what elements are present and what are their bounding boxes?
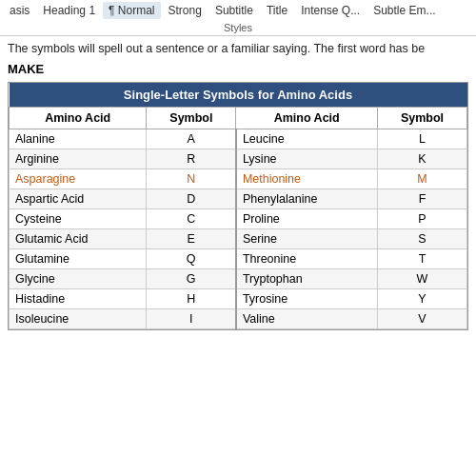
intro-text-span: The symbols will spell out a sentence or… — [8, 42, 425, 55]
cell-sym1: Q — [147, 248, 236, 268]
cell-sym2: F — [378, 188, 467, 208]
table-title: Single-Letter Symbols for Amino Acids — [10, 83, 467, 108]
table-row: IsoleucineIValineV — [10, 308, 467, 328]
cell-aa2: Tryptophan — [236, 268, 378, 288]
style-btn-emphasis[interactable]: asis — [4, 2, 35, 19]
style-btn-title[interactable]: Title — [261, 2, 293, 19]
cell-sym2: T — [378, 248, 467, 268]
cell-aa1: Glutamine — [10, 248, 147, 268]
cell-aa1: Glutamic Acid — [10, 228, 147, 248]
table-row: CysteineCProlineP — [10, 208, 467, 228]
cell-aa2: Serine — [236, 228, 378, 248]
table-row: AlanineALeucineL — [10, 129, 467, 149]
cell-aa1: Glycine — [10, 268, 147, 288]
styles-section-label: Styles — [0, 21, 476, 35]
cell-aa1: Asparagine — [10, 169, 147, 188]
cell-sym2: M — [378, 169, 467, 188]
cell-sym1: D — [147, 188, 236, 208]
col-header-aa1: Amino Acid — [10, 107, 147, 129]
toolbar: asis Heading 1 ¶ Normal Strong Subtitle … — [0, 0, 476, 36]
table-body: AlanineALeucineLArginineRLysineKAsparagi… — [10, 129, 467, 328]
col-header-sym2: Symbol — [378, 107, 467, 129]
style-btn-heading1[interactable]: Heading 1 — [37, 2, 101, 19]
cell-sym1: I — [147, 308, 236, 328]
col-header-sym1: Symbol — [147, 107, 236, 129]
amino-acids-table: Single-Letter Symbols for Amino Acids Am… — [9, 83, 467, 329]
style-btn-strong[interactable]: Strong — [163, 2, 208, 19]
cell-sym2: L — [378, 129, 467, 149]
table-row: Glutamic AcidESerineS — [10, 228, 467, 248]
cell-sym2: Y — [378, 288, 467, 308]
cell-aa1: Histadine — [10, 288, 147, 308]
intro-paragraph: The symbols will spell out a sentence or… — [8, 40, 468, 58]
table-row: HistadineHTyrosineY — [10, 288, 467, 308]
table-row: AsparagineNMethionineM — [10, 169, 467, 188]
cell-aa1: Cysteine — [10, 208, 147, 228]
cell-sym1: C — [147, 208, 236, 228]
cell-sym2: W — [378, 268, 467, 288]
col-header-aa2: Amino Acid — [236, 107, 378, 129]
cell-aa2: Tyrosine — [236, 288, 378, 308]
cell-aa2: Phenylalanine — [236, 188, 378, 208]
cell-sym1: H — [147, 288, 236, 308]
cell-aa1: Arginine — [10, 149, 147, 169]
cell-sym2: K — [378, 149, 467, 169]
cell-sym1: A — [147, 129, 236, 149]
main-content: The symbols will spell out a sentence or… — [0, 36, 476, 338]
table-row: ArginineRLysineK — [10, 149, 467, 169]
cell-sym1: E — [147, 228, 236, 248]
cell-sym1: R — [147, 149, 236, 169]
cell-sym1: N — [147, 169, 236, 188]
style-buttons-row: asis Heading 1 ¶ Normal Strong Subtitle … — [0, 0, 476, 21]
table-row: GlycineGTryptophanW — [10, 268, 467, 288]
cell-sym1: G — [147, 268, 236, 288]
style-btn-normal[interactable]: ¶ Normal — [103, 2, 160, 19]
cell-aa2: Leucine — [236, 129, 378, 149]
amino-acids-table-wrapper: Single-Letter Symbols for Amino Acids Am… — [8, 82, 468, 330]
cell-aa2: Lysine — [236, 149, 378, 169]
cell-aa1: Isoleucine — [10, 308, 147, 328]
style-btn-subtle-em[interactable]: Subtle Em... — [367, 2, 441, 19]
style-btn-subtitle[interactable]: Subtitle — [209, 2, 259, 19]
cell-sym2: S — [378, 228, 467, 248]
cell-aa2: Proline — [236, 208, 378, 228]
cell-aa1: Aspartic Acid — [10, 188, 147, 208]
table-row: GlutamineQThreonineT — [10, 248, 467, 268]
cell-aa2: Threonine — [236, 248, 378, 268]
cell-aa2: Valine — [236, 308, 378, 328]
table-row: Aspartic AcidDPhenylalanineF — [10, 188, 467, 208]
style-btn-intense-q[interactable]: Intense Q... — [295, 2, 366, 19]
cell-sym2: P — [378, 208, 467, 228]
table-header-row: Amino Acid Symbol Amino Acid Symbol — [10, 107, 467, 129]
make-label: MAKE — [8, 62, 468, 76]
cell-aa2: Methionine — [236, 169, 378, 188]
cell-aa1: Alanine — [10, 129, 147, 149]
cell-sym2: V — [378, 308, 467, 328]
